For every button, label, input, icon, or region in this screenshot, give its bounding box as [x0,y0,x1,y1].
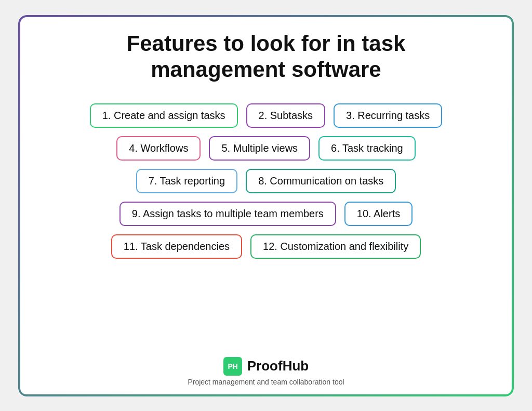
feature-row-2: 4. Workflows5. Multiple views6. Task tra… [116,136,415,161]
feature-row-3: 7. Task reporting8. Communication on tas… [136,169,396,193]
brand-tagline: Project management and team collaboratio… [188,378,344,386]
brand-name: ProofHub [247,358,309,374]
feature-tag-2: 3. Recurring tasks [334,103,442,128]
brand-row: PH ProofHub [223,357,309,376]
feature-tag-1: 2. Subtasks [246,103,326,128]
ph-logo: PH [223,357,242,376]
footer: PH ProofHub Project management and team … [188,347,344,386]
page-title: Features to look for in task management … [127,31,406,83]
feature-tag-40: 11. Task dependencies [111,234,242,259]
feature-tag-11: 5. Multiple views [209,136,310,161]
feature-tag-10: 4. Workflows [116,136,201,161]
feature-row-1: 1. Create and assign tasks2. Subtasks3. … [90,103,442,128]
feature-tag-41: 12. Customization and flexibility [250,234,421,259]
features-grid: 1. Create and assign tasks2. Subtasks3. … [39,103,493,259]
feature-row-4: 9. Assign tasks to multiple team members… [119,202,413,226]
feature-tag-20: 7. Task reporting [136,169,238,193]
feature-tag-0: 1. Create and assign tasks [90,103,238,128]
feature-row-5: 11. Task dependencies12. Customization a… [111,234,421,259]
main-card: Features to look for in task management … [17,14,515,398]
feature-tag-31: 10. Alerts [344,202,413,226]
feature-tag-12: 6. Task tracking [318,136,416,161]
feature-tag-30: 9. Assign tasks to multiple team members [119,202,336,226]
feature-tag-21: 8. Communication on tasks [246,169,396,193]
